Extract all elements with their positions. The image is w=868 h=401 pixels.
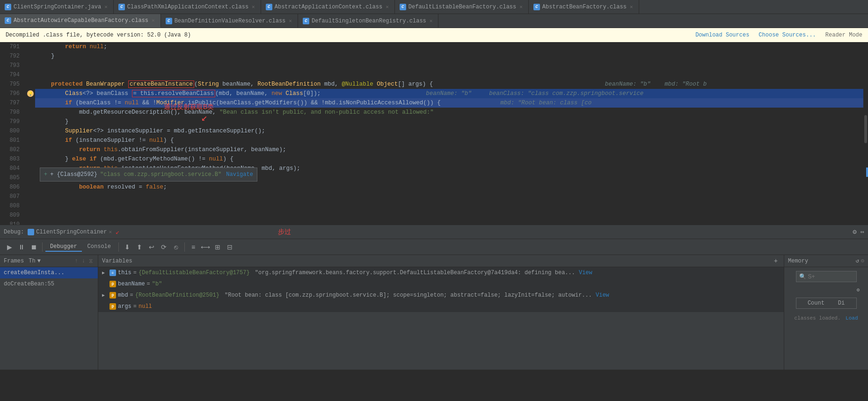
debug-arrow: ↙ — [116, 228, 119, 236]
download-sources-link[interactable]: Download Sources — [695, 32, 749, 38]
tab-abstractbeanfactory[interactable]: C AbstractBeanFactory.class ✕ — [529, 0, 639, 14]
di-label: Di — [838, 300, 845, 306]
expand-mbd[interactable]: ▶ — [102, 292, 108, 298]
frames-title: Frames — [4, 258, 24, 264]
tab-client-spring-container[interactable]: C ClientSpringContainer.java ✕ — [0, 0, 114, 14]
layout-btn[interactable]: ⟷ — [200, 241, 211, 253]
tab-defaultsingleton[interactable]: C DefaultSingletonBeanRegistry.class ✕ — [298, 14, 438, 28]
tab-close-5[interactable]: ✕ — [629, 3, 634, 10]
load-link[interactable]: Load — [846, 315, 858, 321]
notice-bar: Decompiled .class file, bytecode version… — [0, 28, 868, 42]
bulb-icon: 💡 — [27, 90, 34, 97]
evaluate-btn[interactable]: ⎋ — [170, 241, 182, 253]
var-desc-this: "org.springframework.beans.factory.suppo… — [252, 270, 575, 276]
variables-btn-group: + — [772, 257, 780, 265]
tab-defaultlistable[interactable]: C DefaultListableBeanFactory.class ✕ — [395, 0, 529, 14]
tab-label-6: AbstractAutowireCapableBeanFactory.class — [14, 17, 148, 24]
code-scrollbar-thumb[interactable] — [864, 115, 867, 143]
frames-btn-down[interactable]: ↓ — [80, 257, 87, 265]
var-val-args: null — [139, 303, 152, 310]
tab-icon-2: C — [118, 4, 125, 10]
tab-classpathxml[interactable]: C ClassPathXmlApplicationContext.class ✕ — [114, 0, 261, 14]
memory-search-input[interactable] — [808, 273, 853, 280]
memory-search-box[interactable]: 🔍 — [796, 271, 857, 282]
tooltip-expand[interactable]: + — [44, 170, 47, 179]
debug-toolbar: ▶ ⏸ ⏹ Debugger Console ⬇ ⬆ ↩ ⟳ ⎋ ≡ ⟷ ⊞ ⊟ — [0, 239, 868, 255]
debug-bulb: 💡 — [26, 89, 35, 98]
gear-icon-small[interactable]: ⚙ — [856, 287, 860, 293]
code-line-794 — [35, 70, 863, 80]
tab-icon-8: C — [303, 18, 309, 24]
code-line-795: protected BeanWrapper createBeanInstance… — [35, 80, 863, 89]
tab-close-7[interactable]: ✕ — [288, 17, 293, 24]
pause-btn[interactable]: ⏸ — [16, 241, 27, 253]
tab-icon-7: C — [166, 18, 172, 24]
choose-sources-link[interactable]: Choose Sources... — [759, 32, 816, 38]
frame-label-2: doCreateBean:55 — [4, 281, 54, 287]
frame-item-docreatebean[interactable]: doCreateBean:55 — [0, 278, 98, 290]
notice-links: Download Sources Choose Sources... Reade… — [695, 32, 862, 38]
memory-panel: Memory ↺ ⚙ 🔍 ⚙ Count Di — [784, 255, 868, 370]
step-over-btn[interactable]: ⬇ — [122, 241, 133, 253]
reader-mode-label: Reader Mode — [825, 32, 862, 38]
tooltip-value1: + {Class@2592} — [50, 170, 97, 179]
var-eq-this: = — [133, 270, 137, 276]
code-content[interactable]: return null; } protected BeanWrapper cre… — [35, 42, 863, 225]
frames-panel: Frames Th ▼ ↑ ↓ ⧖ createBeanInsta... doC… — [0, 255, 98, 370]
tab-close-2[interactable]: ✕ — [251, 3, 256, 10]
run-to-cursor-btn[interactable]: ⟳ — [158, 241, 169, 253]
memory-refresh-btn[interactable]: ↺ — [856, 257, 859, 264]
var-eq-mbd: = — [130, 292, 133, 299]
code-line-803: } else if (mbd.getFactoryMethodName() !=… — [35, 154, 863, 164]
tab-beandefinitionvalue[interactable]: C BeanDefinitionValueResolver.class ✕ — [161, 14, 298, 28]
code-line-800: Supplier<?> instanceSupplier = mbd.getIn… — [35, 126, 863, 136]
tab-abstractautowire[interactable]: C AbstractAutowireCapableBeanFactory.cla… — [0, 14, 161, 28]
tab-console[interactable]: Console — [83, 242, 116, 252]
code-line-802: return this.obtainFromSupplier(instanceS… — [35, 145, 863, 154]
stop-btn[interactable]: ⏹ — [28, 241, 39, 253]
tab-close-8[interactable]: ✕ — [429, 17, 434, 24]
tab-debugger[interactable]: Debugger — [45, 242, 82, 252]
code-gutter: 💡 — [26, 42, 35, 225]
step-out-btn[interactable]: ↩ — [146, 241, 157, 253]
frames-btn-up[interactable]: ↑ — [73, 257, 80, 265]
add-watch-btn[interactable]: + — [772, 257, 780, 265]
code-line-806: boolean resolved = false; — [35, 182, 863, 192]
var-row-args: ▶ p args = null — [98, 301, 784, 312]
toolbar-separator-1 — [42, 242, 43, 252]
view-link-this[interactable]: View — [579, 270, 592, 276]
tab-close-6[interactable]: ✕ — [151, 17, 156, 24]
code-line-793 — [35, 61, 863, 70]
expand-this[interactable]: ▶ — [102, 270, 108, 276]
code-scrollbar[interactable] — [863, 42, 868, 225]
resume-btn[interactable]: ▶ — [4, 241, 15, 253]
var-icon-this: ≡ — [109, 270, 116, 276]
view-link-mbd[interactable]: View — [596, 292, 609, 299]
frames-btn-filter[interactable]: ⧖ — [88, 257, 94, 265]
close-session-btn[interactable]: ✕ — [109, 229, 112, 235]
frames-btn-group: ↑ ↓ ⧖ — [73, 257, 94, 265]
debug-tooltip: + + {Class@2592} "class com.zzp.springbo… — [40, 168, 257, 182]
tab-abstractapp[interactable]: C AbstractApplicationContext.class ✕ — [261, 0, 395, 14]
memory-settings-btn[interactable]: ⚙ — [861, 257, 864, 264]
var-name-this: this — [118, 270, 131, 276]
tab-close-3[interactable]: ✕ — [385, 3, 390, 10]
table-btn[interactable]: ⊞ — [212, 241, 223, 253]
code-line-808 — [35, 201, 863, 211]
tooltip-navigate[interactable]: Navigate — [226, 170, 253, 179]
expand-icon[interactable]: ⇔ — [861, 228, 864, 236]
tab-close-4[interactable]: ✕ — [518, 3, 524, 10]
tab-label-7: BeanDefinitionValueResolver.class — [175, 18, 286, 24]
thread-dropdown[interactable]: ▼ — [37, 258, 41, 264]
frame-item-createbeaninsta[interactable]: createBeanInsta... — [0, 267, 98, 278]
tab-bar-row2: C AbstractAutowireCapableBeanFactory.cla… — [0, 14, 868, 28]
tab-close-1[interactable]: ✕ — [103, 3, 109, 10]
step-into-btn[interactable]: ⬆ — [134, 241, 145, 253]
settings-icon[interactable]: ⚙ — [853, 228, 856, 236]
columns-btn[interactable]: ⊟ — [224, 241, 235, 253]
memory-title: Memory — [788, 258, 808, 264]
debug-header: Debug: ClientSpringContainer ✕ ↙ 步过 ⚙ ⇔ — [0, 225, 868, 239]
count-box[interactable]: Count Di — [796, 298, 857, 309]
code-line-801: if (instanceSupplier != null) { — [35, 136, 863, 145]
frames-btn[interactable]: ≡ — [188, 241, 199, 253]
